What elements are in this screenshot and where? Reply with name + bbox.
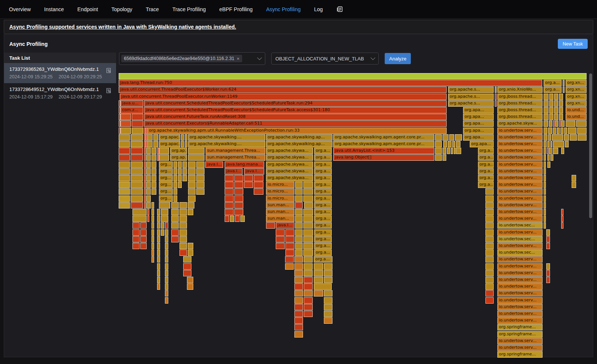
flame-frame[interactable] [151, 236, 154, 242]
flame-frame[interactable] [303, 209, 313, 215]
flame-frame[interactable] [555, 120, 558, 127]
flame-frame[interactable] [285, 263, 294, 270]
flame-frame[interactable] [303, 236, 313, 242]
flame-frame[interactable] [443, 154, 446, 161]
flame-frame[interactable] [295, 195, 303, 202]
flame-frame[interactable] [179, 216, 187, 222]
flame-frame[interactable] [161, 229, 164, 236]
flame-frame[interactable] [131, 134, 143, 141]
flame-frame[interactable] [544, 195, 546, 202]
flame-frame[interactable] [294, 317, 303, 324]
flame-frame[interactable] [151, 182, 156, 188]
flame-frame[interactable] [174, 161, 177, 168]
flame-frame[interactable] [324, 270, 332, 276]
flame-frame[interactable] [146, 195, 151, 202]
flame-frame[interactable]: org.apac... [159, 134, 180, 141]
flame-frame[interactable]: sun.management.Threa... [206, 148, 265, 154]
instance-select[interactable]: 6569d9dadcdf4086b5e6ed2eae94e550@10.116.… [119, 52, 265, 65]
flame-frame[interactable] [285, 236, 294, 242]
nav-item-trace[interactable]: Trace [146, 6, 159, 12]
flame-frame[interactable] [157, 277, 160, 283]
flame-frame[interactable] [165, 229, 168, 236]
flame-frame[interactable]: org... [159, 182, 173, 188]
flame-frame[interactable]: org.apache.skywalking.apm.agent.core.pr.… [333, 134, 434, 141]
flame-frame[interactable]: org.a... [478, 168, 494, 175]
flame-frame[interactable]: java.l... [225, 168, 243, 175]
flame-frame[interactable] [151, 161, 156, 168]
flame-frame[interactable]: org.a... [314, 154, 332, 161]
flame-frame[interactable] [547, 154, 550, 161]
flame-frame[interactable] [559, 100, 563, 107]
flame-frame[interactable] [174, 168, 177, 175]
flame-frame[interactable]: io.undertow.serv... [497, 202, 543, 208]
flame-frame[interactable] [121, 128, 131, 134]
nav-item-ebpf-profiling[interactable]: eBPF Profiling [219, 6, 253, 12]
flame-frame[interactable] [452, 141, 455, 147]
flame-frame[interactable] [443, 148, 446, 154]
flame-frame[interactable] [485, 229, 494, 236]
flame-frame[interactable] [254, 182, 263, 188]
flame-frame[interactable]: org.a... [314, 256, 332, 263]
flame-frame[interactable] [561, 148, 564, 154]
flame-frame[interactable]: org.a... [314, 148, 332, 154]
flame-frame[interactable] [303, 243, 313, 249]
flame-frame[interactable] [234, 188, 243, 195]
flame-frame[interactable] [495, 94, 497, 100]
flame-frame[interactable] [153, 134, 158, 141]
flame-frame[interactable] [563, 87, 565, 93]
flame-frame[interactable] [165, 270, 168, 276]
flame-frame[interactable] [151, 229, 154, 236]
flame-frame[interactable] [314, 263, 323, 270]
flame-frame[interactable] [188, 188, 196, 195]
flame-frame[interactable] [294, 256, 303, 263]
flame-frame[interactable] [554, 107, 558, 113]
flame-frame[interactable] [188, 175, 196, 181]
flame-frame[interactable]: org.apac... [159, 141, 180, 147]
flame-frame[interactable] [188, 161, 196, 168]
flame-frame[interactable]: java.util.concurrent.ThreadPoolExecutor.… [120, 94, 447, 100]
flame-frame[interactable] [131, 154, 143, 161]
flame-frame[interactable] [553, 148, 558, 154]
flame-frame[interactable] [151, 250, 154, 256]
flame-frame[interactable] [182, 175, 187, 181]
flame-frame[interactable]: org.apa... [463, 114, 494, 120]
flame-frame[interactable] [544, 148, 546, 154]
flame-frame[interactable] [544, 216, 546, 222]
flame-frame[interactable] [132, 236, 140, 242]
flame-frame[interactable] [144, 148, 146, 154]
flame-frame[interactable] [196, 161, 204, 168]
flame-frame[interactable] [196, 188, 204, 195]
flame-frame[interactable]: io.micro... [266, 188, 294, 195]
flame-frame[interactable] [295, 188, 303, 195]
flame-frame[interactable] [188, 168, 196, 175]
flame-frame[interactable] [121, 120, 131, 127]
flame-frame[interactable]: org.xn... [566, 87, 587, 93]
flame-frame[interactable] [495, 100, 497, 107]
flame-frame[interactable] [234, 195, 243, 202]
flame-frame[interactable] [144, 182, 146, 188]
flame-frame[interactable] [151, 222, 154, 229]
nav-item-topology[interactable]: Topology [112, 6, 132, 12]
flame-frame[interactable] [285, 256, 294, 263]
flame-frame[interactable] [544, 141, 547, 147]
flame-frame[interactable] [547, 161, 550, 168]
flame-frame[interactable] [119, 182, 130, 188]
flame-frame[interactable]: io.undertow.serv... [497, 195, 543, 202]
flame-frame[interactable] [303, 222, 313, 229]
flame-frame[interactable]: io.undertow.serv... [497, 229, 543, 236]
flame-frame[interactable]: sun.man... [266, 216, 294, 222]
flame-frame[interactable] [304, 304, 313, 310]
flame-frame[interactable] [151, 216, 154, 222]
flame-frame[interactable] [304, 277, 313, 283]
flame-frame[interactable] [544, 134, 547, 141]
flame-frame[interactable] [159, 202, 170, 208]
flame-frame[interactable]: io.undertow.sec... [497, 222, 543, 229]
task-detail-icon[interactable] [106, 88, 112, 95]
flame-frame[interactable] [119, 148, 130, 154]
flame-frame[interactable] [151, 188, 156, 195]
flame-frame[interactable]: io.undertow.serv... [497, 270, 543, 276]
flame-frame[interactable]: io.undertow.serv... [497, 338, 543, 344]
flame-frame[interactable]: org.apache.skyw... [497, 120, 543, 127]
flame-frame[interactable] [165, 222, 168, 229]
flame-frame[interactable] [570, 134, 577, 141]
